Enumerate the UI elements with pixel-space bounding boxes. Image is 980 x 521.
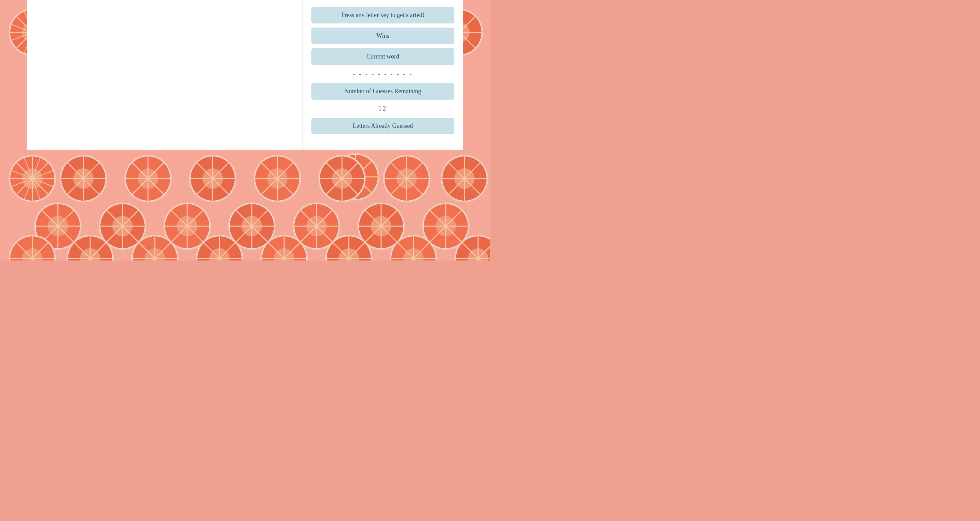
svg-point-106 bbox=[332, 168, 352, 189]
svg-point-160 bbox=[358, 203, 404, 249]
svg-line-110 bbox=[326, 162, 358, 195]
svg-line-70 bbox=[16, 162, 48, 195]
svg-line-158 bbox=[301, 210, 332, 242]
svg-point-126 bbox=[36, 204, 80, 248]
svg-point-223 bbox=[455, 235, 490, 260]
svg-point-176 bbox=[22, 248, 43, 260]
svg-line-72 bbox=[12, 171, 53, 186]
svg-line-221 bbox=[398, 243, 430, 260]
svg-point-202 bbox=[261, 235, 307, 260]
svg-point-76 bbox=[60, 156, 107, 202]
svg-point-65 bbox=[9, 156, 56, 202]
svg-line-201 bbox=[204, 243, 235, 260]
svg-line-88 bbox=[132, 162, 164, 195]
svg-line-116 bbox=[391, 162, 423, 195]
svg-point-203 bbox=[262, 237, 306, 260]
svg-line-208 bbox=[268, 243, 300, 260]
svg-point-148 bbox=[242, 216, 262, 237]
hangman-drawing-area bbox=[27, 0, 303, 149]
current-word-label: Current word bbox=[311, 48, 454, 65]
svg-point-120 bbox=[454, 168, 475, 189]
svg-point-146 bbox=[229, 203, 275, 249]
svg-line-74 bbox=[24, 158, 40, 199]
svg-point-119 bbox=[442, 156, 487, 201]
svg-point-216 bbox=[390, 235, 437, 260]
svg-line-144 bbox=[171, 210, 203, 242]
svg-line-123 bbox=[449, 162, 480, 195]
svg-point-168 bbox=[424, 204, 468, 248]
svg-point-183 bbox=[80, 248, 100, 260]
svg-point-99 bbox=[267, 168, 288, 189]
svg-line-187 bbox=[74, 243, 106, 260]
svg-line-165 bbox=[365, 210, 397, 242]
svg-point-188 bbox=[132, 235, 178, 260]
svg-line-103 bbox=[261, 162, 293, 195]
svg-line-193 bbox=[139, 243, 171, 260]
svg-line-130 bbox=[42, 210, 74, 242]
letters-guessed-label: Letters Already Guessed bbox=[311, 118, 454, 134]
svg-point-162 bbox=[371, 216, 391, 237]
svg-line-215 bbox=[333, 243, 365, 260]
svg-line-50 bbox=[340, 161, 372, 193]
wins-label: Wins bbox=[311, 27, 454, 44]
svg-line-200 bbox=[204, 243, 235, 260]
svg-point-66 bbox=[10, 156, 54, 201]
letters-guessed-value bbox=[311, 138, 454, 141]
svg-line-166 bbox=[365, 210, 397, 242]
svg-point-45 bbox=[334, 155, 378, 199]
svg-point-140 bbox=[165, 204, 209, 248]
svg-point-210 bbox=[327, 237, 371, 260]
svg-point-155 bbox=[306, 216, 327, 237]
svg-line-186 bbox=[74, 243, 106, 260]
svg-point-182 bbox=[68, 237, 112, 260]
svg-point-175 bbox=[10, 237, 54, 260]
guesses-remaining-label: Number of Guesses Remaining bbox=[311, 83, 454, 100]
svg-point-77 bbox=[61, 156, 105, 201]
svg-point-113 bbox=[396, 168, 417, 189]
svg-line-152 bbox=[236, 210, 268, 242]
svg-point-118 bbox=[441, 156, 488, 202]
svg-line-229 bbox=[462, 243, 490, 260]
svg-line-71 bbox=[16, 162, 48, 195]
svg-line-207 bbox=[268, 243, 300, 260]
svg-line-95 bbox=[197, 162, 229, 195]
svg-point-125 bbox=[35, 203, 81, 249]
svg-point-153 bbox=[293, 203, 340, 249]
svg-point-211 bbox=[339, 248, 359, 260]
svg-point-224 bbox=[456, 237, 490, 260]
svg-line-96 bbox=[197, 162, 229, 195]
svg-line-159 bbox=[301, 210, 332, 242]
svg-point-97 bbox=[254, 156, 301, 202]
svg-line-137 bbox=[107, 210, 138, 242]
guesses-remaining-value: 12 bbox=[311, 104, 454, 114]
svg-point-141 bbox=[177, 216, 197, 237]
main-card: Press any letter key to get started! Win… bbox=[27, 0, 463, 149]
svg-point-127 bbox=[48, 216, 68, 237]
svg-point-67 bbox=[22, 168, 43, 189]
svg-line-228 bbox=[462, 243, 490, 260]
svg-point-147 bbox=[230, 204, 274, 248]
svg-line-73 bbox=[12, 171, 53, 186]
svg-line-173 bbox=[430, 210, 462, 242]
svg-line-180 bbox=[16, 243, 48, 260]
svg-point-105 bbox=[320, 156, 364, 201]
svg-point-133 bbox=[100, 204, 145, 248]
svg-point-84 bbox=[126, 156, 170, 201]
current-word-value: - - - - - - - - - - bbox=[311, 69, 454, 79]
svg-point-139 bbox=[164, 203, 210, 249]
svg-point-209 bbox=[326, 235, 372, 260]
svg-point-104 bbox=[319, 156, 365, 202]
svg-point-132 bbox=[99, 203, 146, 249]
svg-point-181 bbox=[67, 235, 113, 260]
svg-line-145 bbox=[171, 210, 203, 242]
svg-line-138 bbox=[107, 210, 138, 242]
svg-line-124 bbox=[449, 162, 480, 195]
svg-point-112 bbox=[385, 156, 429, 201]
svg-point-225 bbox=[468, 248, 488, 260]
svg-line-222 bbox=[398, 243, 430, 260]
svg-point-190 bbox=[145, 248, 165, 260]
svg-point-169 bbox=[436, 216, 456, 237]
svg-point-197 bbox=[209, 248, 230, 260]
svg-line-89 bbox=[132, 162, 164, 195]
svg-line-151 bbox=[236, 210, 268, 242]
